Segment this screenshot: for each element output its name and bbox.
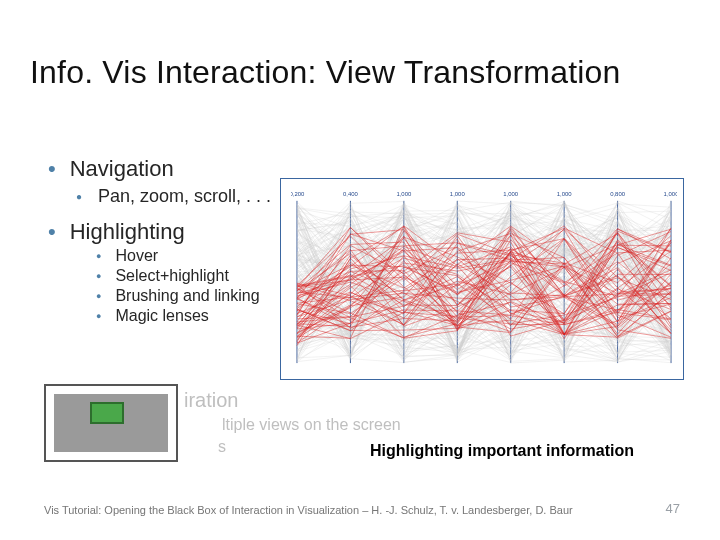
svg-text:0,800: 0,800: [610, 191, 626, 197]
svg-text:0,400: 0,400: [343, 191, 359, 197]
svg-text:1,000: 1,000: [396, 191, 412, 197]
thumbnail-viewport: [90, 402, 124, 424]
svg-text:0,200: 0,200: [291, 191, 305, 197]
bullet-text: Select+highlight: [115, 267, 228, 285]
overview-thumbnail: [44, 384, 178, 462]
occluded-text: s: [218, 438, 226, 456]
bullet-text: Highlighting: [70, 219, 185, 245]
chart-caption: Highlighting important information: [370, 442, 634, 460]
occluded-text: ltiple views on the screen: [222, 416, 401, 434]
bullet-marker: ●: [96, 271, 101, 281]
chart-svg: 0,2000,4001,0001,0001,0001,0000,8001,000: [291, 187, 677, 371]
svg-text:1,000: 1,000: [450, 191, 466, 197]
page-number: 47: [666, 501, 680, 516]
bullet-marker: ●: [96, 291, 101, 301]
slide-title: Info. Vis Interaction: View Transformati…: [30, 54, 621, 91]
svg-text:1,000: 1,000: [557, 191, 573, 197]
occluded-text: iration: [184, 389, 238, 412]
bullet-text: Navigation: [70, 156, 174, 182]
slide: Info. Vis Interaction: View Transformati…: [0, 0, 720, 540]
svg-text:1,000: 1,000: [503, 191, 519, 197]
bullet-text: Hover: [115, 247, 158, 265]
parallel-coordinates-chart: 0,2000,4001,0001,0001,0001,0000,8001,000: [280, 178, 684, 380]
bullet-marker: •: [48, 219, 56, 245]
bullet-marker: ●: [96, 311, 101, 321]
bullet-text: Brushing and linking: [115, 287, 259, 305]
bullet-marker: ●: [76, 191, 82, 202]
svg-text:1,000: 1,000: [664, 191, 677, 197]
bullet-text: Pan, zoom, scroll, . . .: [98, 186, 271, 207]
footer-text: Vis Tutorial: Opening the Black Box of I…: [44, 504, 573, 516]
bullet-marker: •: [48, 156, 56, 182]
bullet-text: Magic lenses: [115, 307, 208, 325]
bullet-marker: ●: [96, 251, 101, 261]
